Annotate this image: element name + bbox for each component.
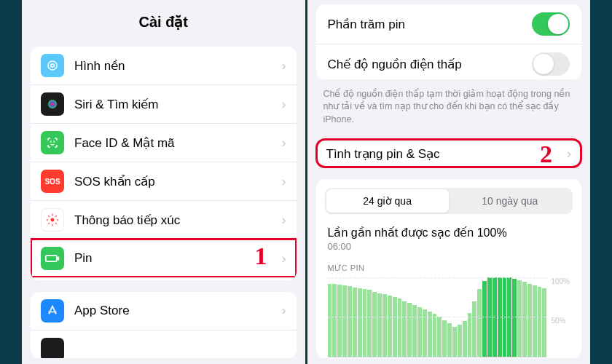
chart-bar xyxy=(522,282,527,356)
chevron-right-icon: › xyxy=(282,58,286,74)
battery-screen: Phần trăm pin Chế độ nguồn điện thấp Chế… xyxy=(307,0,591,364)
svg-point-0 xyxy=(48,61,57,70)
chart-bar xyxy=(398,298,402,357)
row-appstore[interactable]: App Store › xyxy=(31,292,297,330)
chart-bar xyxy=(527,284,532,357)
chart-bar xyxy=(393,297,397,357)
chart-bar xyxy=(407,303,412,357)
svg-rect-14 xyxy=(46,256,57,261)
svg-point-3 xyxy=(50,141,51,142)
chart-bar xyxy=(442,320,447,357)
exposure-icon xyxy=(41,208,64,232)
row-label: Tình trạng pin & Sạc xyxy=(326,146,568,162)
row-label: Face ID & Mật mã xyxy=(74,135,282,151)
appstore-icon xyxy=(41,299,64,323)
chart-bar xyxy=(452,327,457,357)
row-label: App Store xyxy=(74,304,282,318)
chart-bar xyxy=(337,285,342,357)
low-power-footnote: Chế độ nguồn điện thấp tạm thời giảm hoạ… xyxy=(307,85,591,134)
wallpaper-icon xyxy=(41,54,64,77)
settings-group-2: App Store › xyxy=(31,292,297,358)
chart-bar xyxy=(332,284,337,357)
row-label: Phần trăm pin xyxy=(328,17,533,32)
chevron-right-icon: › xyxy=(282,213,286,228)
chevron-right-icon: › xyxy=(282,303,286,318)
chart-bar xyxy=(348,286,352,357)
last-charge-time: 06:00 xyxy=(328,241,570,252)
chart-bar xyxy=(342,285,347,357)
chevron-right-icon: › xyxy=(282,135,286,151)
chart-bar xyxy=(388,296,392,357)
chart-bar xyxy=(353,288,357,357)
chart-bar xyxy=(447,323,452,357)
chart-bar xyxy=(507,277,511,357)
chart-bar xyxy=(402,301,407,357)
battery-health-group: Tình trạng pin & Sạc 2 › xyxy=(316,139,582,167)
chart-title: MỨC PIN xyxy=(328,264,570,273)
battery-icon xyxy=(41,247,64,270)
svg-rect-15 xyxy=(58,257,59,259)
chart-bar xyxy=(372,292,377,357)
chevron-right-icon: › xyxy=(567,146,571,162)
row-privacy[interactable]: Quyền riêng tư & Bảo mật › xyxy=(31,277,297,280)
row-truncated[interactable] xyxy=(31,330,297,358)
chart-bar xyxy=(377,293,382,357)
chart-bar xyxy=(358,288,362,357)
segment-24h[interactable]: 24 giờ qua xyxy=(326,189,449,213)
svg-line-10 xyxy=(48,215,50,217)
row-label: Pin xyxy=(74,251,282,266)
row-label: Thông báo tiếp xúc xyxy=(74,213,282,228)
svg-line-13 xyxy=(48,223,50,224)
chart-bar xyxy=(503,277,507,357)
chart-bar xyxy=(493,277,497,357)
y-axis-50: 50% xyxy=(551,317,570,325)
row-sos[interactable]: SOS SOS khẩn cấp › xyxy=(31,162,297,200)
chevron-right-icon: › xyxy=(282,251,286,266)
row-exposure[interactable]: Thông báo tiếp xúc › xyxy=(31,200,297,239)
chart-bar xyxy=(517,280,522,357)
chart-bar xyxy=(363,289,367,357)
battery-percent-toggle[interactable] xyxy=(532,12,570,36)
chart-bar xyxy=(538,287,542,357)
settings-screen: Cài đặt Hình nền › Siri & Tìm kiếm › xyxy=(22,0,305,364)
callout-1: 1 xyxy=(255,242,267,270)
page-title: Cài đặt xyxy=(22,0,305,41)
row-wallpaper[interactable]: Hình nền › xyxy=(31,47,297,84)
chart-bar xyxy=(417,307,422,357)
svg-line-12 xyxy=(55,215,57,217)
chart-bar xyxy=(458,325,462,357)
settings-group-1: Hình nền › Siri & Tìm kiếm › Face ID & M… xyxy=(31,47,297,280)
row-battery-percent: Phần trăm pin xyxy=(316,4,582,44)
svg-line-11 xyxy=(55,223,57,224)
callout-2: 2 xyxy=(540,141,552,167)
low-power-toggle[interactable] xyxy=(532,52,570,76)
row-battery[interactable]: Pin 1 › xyxy=(31,239,297,277)
chart-bar xyxy=(423,309,427,357)
battery-usage-group: 24 giờ qua 10 ngày qua Lần gần nhất được… xyxy=(316,179,582,358)
siri-icon xyxy=(41,92,64,116)
chart-bar xyxy=(433,314,437,357)
chart-bar xyxy=(428,312,432,357)
row-label: Siri & Tìm kiếm xyxy=(74,97,282,112)
row-battery-health[interactable]: Tình trạng pin & Sạc 2 › xyxy=(316,139,582,167)
row-faceid[interactable]: Face ID & Mật mã › xyxy=(31,123,297,162)
row-siri[interactable]: Siri & Tìm kiếm › xyxy=(31,84,297,123)
row-low-power: Chế độ nguồn điện thấp xyxy=(316,44,582,79)
row-label: Chế độ nguồn điện thấp xyxy=(328,57,533,72)
segment-10d[interactable]: 10 ngày qua xyxy=(449,189,571,213)
chart-bar xyxy=(512,279,517,357)
chart-bar xyxy=(367,290,372,357)
chart-bar xyxy=(477,289,482,357)
sos-icon: SOS xyxy=(41,170,64,193)
svg-point-1 xyxy=(51,64,55,68)
chart-bar xyxy=(482,281,487,357)
svg-point-2 xyxy=(48,100,57,108)
chevron-right-icon: › xyxy=(282,97,286,112)
chart-bar xyxy=(542,288,546,357)
last-charge-info: Lần gần nhất được sạc đến 100% 06:00 xyxy=(316,223,582,255)
last-charge-label: Lần gần nhất được sạc đến 100% xyxy=(328,226,570,240)
chart-bar xyxy=(463,321,467,357)
chevron-right-icon: › xyxy=(282,174,286,189)
unknown-icon xyxy=(41,338,64,358)
chart-bar xyxy=(498,277,502,357)
